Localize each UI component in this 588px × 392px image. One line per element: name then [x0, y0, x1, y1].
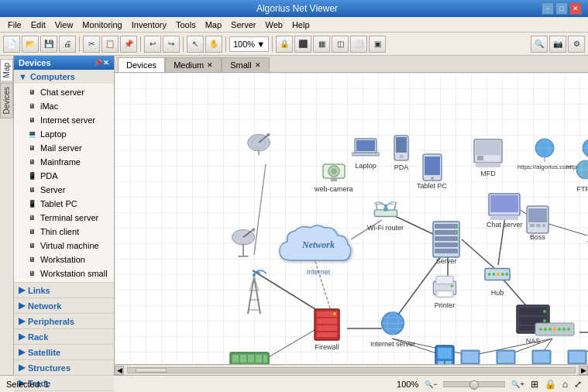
tb-btn7[interactable]: ▦ — [313, 36, 330, 53]
printer-element[interactable]: Printer — [431, 273, 459, 309]
tab-devices[interactable]: Devices — [118, 57, 165, 72]
comp5b-element[interactable]: Comp5 — [566, 349, 588, 364]
internet-server-element[interactable]: Internet server — [370, 311, 415, 348]
side-tab-map[interactable]: Map — [0, 59, 13, 81]
list-item[interactable]: 🖥Internet server — [14, 113, 114, 127]
ftps-element[interactable]: FTPS — [572, 156, 588, 193]
boss-element[interactable]: Boss — [524, 205, 552, 241]
comp1b-element[interactable]: Comp1 — [530, 349, 552, 364]
zoom-in-icon[interactable]: 🔍+ — [511, 380, 524, 388]
panel-close-button[interactable]: ✕ — [103, 59, 109, 67]
panel-pin-button[interactable]: 📌 — [94, 59, 102, 67]
webcam-element[interactable]: web-camera — [315, 156, 353, 193]
list-item[interactable]: 🖥Mainframe — [14, 155, 114, 169]
save-button[interactable]: 💾 — [40, 36, 57, 53]
scroll-thumb[interactable] — [136, 368, 167, 373]
minimize-button[interactable]: − — [542, 2, 554, 15]
list-item[interactable]: 🖥Mail server — [14, 141, 114, 155]
scroll-left-button[interactable]: ◀ — [115, 366, 124, 375]
redo-button[interactable]: ↪ — [163, 36, 180, 53]
undo-button[interactable]: ↩ — [144, 36, 161, 53]
paste-button[interactable]: 📌 — [120, 36, 137, 53]
firewall-element[interactable]: Firewall — [311, 305, 342, 351]
dish-antenna-element[interactable] — [229, 228, 257, 256]
hand-button[interactable]: ✋ — [205, 36, 222, 53]
zoom-slider-thumb[interactable] — [469, 380, 479, 390]
cut-button[interactable]: ✂ — [83, 36, 100, 53]
window-controls[interactable]: − □ ✕ — [542, 2, 582, 15]
panel-header-buttons[interactable]: 📌 ✕ — [94, 59, 109, 67]
section-peripherals-header[interactable]: ▶ Peripherals — [14, 314, 114, 328]
comp5a-element[interactable]: Comp5 — [494, 349, 517, 364]
menu-tools[interactable]: Tools — [171, 19, 201, 31]
url1-element[interactable]: https://algorius.com — [518, 135, 571, 170]
tower-element[interactable] — [240, 278, 268, 306]
switch1-element[interactable] — [535, 321, 575, 338]
home-icon[interactable]: ⌂ — [562, 379, 568, 390]
satellite-element[interactable] — [245, 129, 273, 156]
grid-icon[interactable]: ⊞ — [531, 379, 538, 390]
menu-edit[interactable]: Edit — [26, 19, 50, 31]
pointer-button[interactable]: ↖ — [187, 36, 204, 53]
section-structures-header[interactable]: ▶ Structures — [14, 360, 114, 375]
tb-btn9[interactable]: ⬜ — [350, 36, 367, 53]
section-satellite-header[interactable]: ▶ Satellite — [14, 345, 114, 359]
list-item[interactable]: 📱PDA — [14, 169, 114, 183]
list-item[interactable]: 🖥Terminal server — [14, 211, 114, 225]
device-strip-element[interactable] — [229, 350, 270, 364]
menu-server[interactable]: Server — [226, 19, 260, 31]
tb-btn10[interactable]: ▣ — [369, 36, 386, 53]
tb-btn8[interactable]: ◫ — [332, 36, 349, 53]
section-network-header[interactable]: ▶ Network — [14, 298, 114, 313]
list-item[interactable]: 🖥Virtual machine — [14, 239, 114, 253]
tab-small-close[interactable]: ✕ — [255, 61, 261, 69]
section-computers-header[interactable]: ▼ Computers — [14, 70, 114, 84]
search-button[interactable]: 🔍 — [531, 36, 548, 53]
horizontal-scrollbar[interactable]: ◀ ▶ — [115, 364, 588, 375]
print-button[interactable]: 🖨 — [59, 36, 76, 53]
mfd-element[interactable]: MFD — [471, 135, 505, 177]
menu-web[interactable]: Web — [260, 19, 287, 31]
list-item[interactable]: 🖥Workstation small — [14, 266, 114, 280]
scroll-right-button[interactable]: ▶ — [579, 366, 588, 375]
tab-small[interactable]: Small ✕ — [222, 57, 270, 72]
tb-btn6[interactable]: ⬛ — [294, 36, 311, 53]
list-item[interactable]: 🖥Thin client — [14, 225, 114, 239]
zoom-slider[interactable] — [443, 381, 505, 387]
canvas-viewport[interactable]: web-camera Laptop — [115, 73, 588, 364]
list-item[interactable]: 🖥Workstation — [14, 253, 114, 266]
list-item[interactable]: 📱Tablet PC — [14, 197, 114, 211]
menu-monitoring[interactable]: Monitoring — [77, 19, 126, 31]
maximize-button[interactable]: □ — [555, 2, 568, 15]
wifi-router-element[interactable]: Wi-Fi router — [367, 195, 404, 232]
laptop-element[interactable]: Laptop — [352, 133, 380, 170]
list-item[interactable]: 💻Laptop — [14, 127, 114, 141]
lock-status-icon[interactable]: 🔒 — [545, 379, 556, 390]
pda-element[interactable]: PDA — [387, 135, 415, 171]
list-item[interactable]: 🖥iMac — [14, 99, 114, 113]
tab-medium[interactable]: Medium ✕ — [165, 57, 222, 72]
settings-button[interactable]: ⚙ — [568, 36, 585, 53]
scroll-track[interactable] — [127, 367, 576, 373]
section-rack-header[interactable]: ▶ Rack — [14, 329, 114, 344]
tablet-pc-element[interactable]: Tablet PC — [417, 153, 447, 190]
comp1a-element[interactable]: Comp1 — [459, 349, 481, 364]
menu-view[interactable]: View — [50, 19, 78, 31]
copy-button[interactable]: 📋 — [101, 36, 119, 53]
new-button[interactable]: 📄 — [3, 36, 20, 53]
section-links-header[interactable]: ▶ Links — [14, 283, 114, 297]
fit-icon[interactable]: ⤢ — [574, 379, 582, 390]
menu-inventory[interactable]: Inventory — [127, 19, 171, 31]
menu-help[interactable]: Help — [287, 19, 315, 31]
menu-map[interactable]: Map — [201, 19, 226, 31]
zoom-out-icon[interactable]: 🔍− — [425, 380, 437, 388]
menu-file[interactable]: File — [3, 19, 26, 31]
lock-button[interactable]: 🔒 — [276, 36, 293, 53]
network-cloud-element[interactable]: Network Internet — [276, 222, 361, 276]
zoom-dropdown-icon[interactable]: ▼ — [256, 40, 265, 49]
zoom-box[interactable]: 100% ▼ — [229, 36, 269, 52]
close-button[interactable]: ✕ — [569, 2, 582, 15]
side-tab-devices[interactable]: Devices — [0, 83, 13, 119]
tab-medium-close[interactable]: ✕ — [207, 61, 213, 69]
list-item[interactable]: 🖥Server — [14, 183, 114, 197]
